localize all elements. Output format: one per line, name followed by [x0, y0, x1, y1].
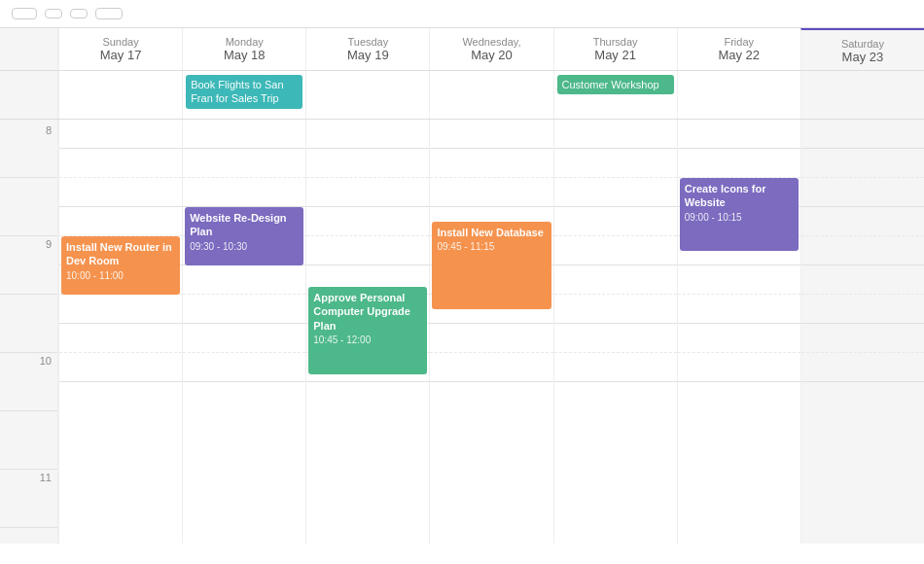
time-gutter-header: [0, 28, 58, 70]
time-label-9: 9: [0, 236, 57, 295]
allday-cell-5: [677, 71, 800, 119]
day-header-1: Monday May 18: [182, 28, 305, 70]
allday-row: Book Flights to San Fran for Sales Trip …: [0, 71, 924, 120]
day-column-2: Approve Personal Computer Upgrade Plan 1…: [305, 120, 429, 544]
next-button[interactable]: [70, 9, 88, 18]
event-website-redesign[interactable]: Website Re-Design Plan 09:30 - 10:30: [185, 207, 303, 265]
time-labels: 8 9 10 11 12 PM: [0, 120, 58, 544]
allday-event-book-flights[interactable]: Book Flights to San Fran for Sales Trip: [186, 75, 302, 109]
time-label-11: 11: [0, 470, 57, 528]
day-header-2: Tuesday May 19: [305, 28, 429, 70]
allday-cell-3: [429, 71, 552, 119]
day-column-0: Install New Router in Dev Room 10:00 - 1…: [58, 120, 182, 544]
day-column-1: Website Re-Design Plan 09:30 - 10:30: [182, 120, 305, 544]
allday-cell-2: [305, 71, 429, 119]
event-approve-computer[interactable]: Approve Personal Computer Upgrade Plan 1…: [308, 287, 427, 374]
time-label-8: 8: [0, 120, 57, 178]
date-range-picker[interactable]: [95, 8, 123, 19]
time-label-1130: [0, 528, 57, 544]
allday-gutter: [0, 71, 58, 119]
allday-cell-4: Customer Workshop: [553, 71, 677, 119]
event-install-router[interactable]: Install New Router in Dev Room 10:00 - 1…: [61, 236, 180, 295]
day-column-3: Install New Database 09:45 - 11:15: [429, 120, 552, 544]
time-label-830: [0, 178, 57, 236]
event-install-database[interactable]: Install New Database 09:45 - 11:15: [432, 222, 551, 309]
time-grid: 8 9 10 11 12 PM Install New Router in De…: [0, 120, 924, 544]
event-create-icons[interactable]: Create Icons for Website 09:00 - 10:15: [680, 178, 799, 251]
time-label-10: 10: [0, 353, 57, 411]
time-label-1030: [0, 411, 57, 470]
allday-cell-6: [800, 71, 924, 119]
allday-cell-0: [58, 71, 182, 119]
today-button[interactable]: [12, 8, 37, 19]
allday-event-customer-workshop[interactable]: Customer Workshop: [557, 75, 674, 94]
day-headers-row: Sunday May 17 Monday May 18 Tuesday May …: [0, 28, 924, 71]
time-label-930: [0, 295, 57, 353]
day-header-0: Sunday May 17: [58, 28, 182, 70]
allday-cell-1: Book Flights to San Fran for Sales Trip: [182, 71, 305, 119]
toolbar: [0, 0, 924, 28]
calendar: Sunday May 17 Monday May 18 Tuesday May …: [0, 28, 924, 544]
day-header-6: Saturday May 23: [800, 28, 924, 70]
day-column-5: Create Icons for Website 09:00 - 10:15: [677, 120, 800, 544]
prev-button[interactable]: [45, 9, 62, 18]
day-header-3: Wednesday, May 20: [429, 28, 552, 70]
day-column-4: [553, 120, 677, 544]
day-column-6: [800, 120, 924, 544]
day-header-4: Thursday May 21: [553, 28, 677, 70]
day-header-5: Friday May 22: [677, 28, 800, 70]
